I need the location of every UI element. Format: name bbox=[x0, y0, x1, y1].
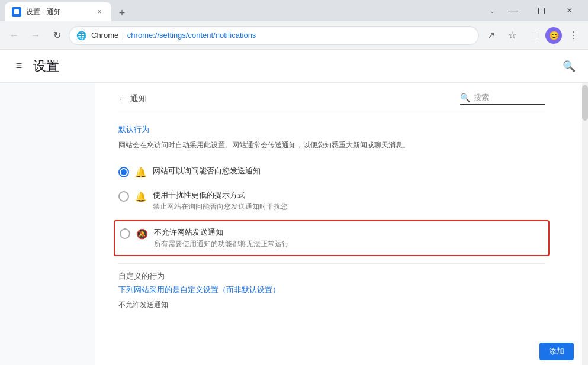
page-search-icon: 🔍 bbox=[460, 93, 470, 102]
address-separator: | bbox=[120, 31, 126, 40]
radio-block[interactable] bbox=[120, 228, 130, 239]
sidebar bbox=[0, 83, 95, 365]
forward-button[interactable]: → bbox=[26, 26, 45, 45]
radio-allow-inner bbox=[121, 169, 127, 175]
option-block-sublabel: 所有需要使用通知的功能都将无法正常运行 bbox=[154, 239, 544, 249]
option-block-label: 不允许网站发送通知 bbox=[154, 227, 544, 238]
settings-header: ≡ 设置 🔍 bbox=[0, 50, 588, 83]
bookmark-button[interactable]: ☆ bbox=[503, 26, 522, 45]
close-icon: × bbox=[567, 5, 572, 16]
tab-title: 设置 - 通知 bbox=[26, 7, 61, 17]
hamburger-button[interactable]: ≡ bbox=[9, 57, 28, 76]
account-icon: □ bbox=[531, 30, 536, 41]
new-tab-button[interactable]: + bbox=[114, 5, 130, 21]
addressbar: ← → ↻ 🌐 Chrome | chrome://settings/conte… bbox=[0, 21, 588, 50]
page-search-input[interactable]: 搜索 bbox=[474, 92, 545, 103]
option-less-intrusive[interactable]: 🔔 使用干扰性更低的提示方式 禁止网站在询问能否向您发送通知时干扰您 bbox=[118, 184, 545, 218]
content-area: ← 通知 🔍 搜索 默认行为 网站会在您访问时自动采用此设置。网站通常会传送通知… bbox=[95, 83, 588, 365]
bell-allow-icon: 🔔 bbox=[135, 167, 147, 178]
maximize-button[interactable] bbox=[528, 0, 555, 21]
tab-area: 设置 - 通知 × + bbox=[5, 0, 490, 21]
option-less-sublabel: 禁止网站在询问能否向您发送通知时干扰您 bbox=[153, 202, 545, 212]
share-icon: ↗ bbox=[487, 30, 495, 41]
active-tab[interactable]: 设置 - 通知 × bbox=[5, 2, 111, 21]
address-input[interactable]: 🌐 Chrome | chrome://settings/content/not… bbox=[69, 26, 479, 45]
bell-less-icon: 🔔 bbox=[135, 191, 147, 202]
option-allow[interactable]: 🔔 网站可以询问能否向您发送通知 bbox=[118, 160, 545, 184]
option-block-text: 不允许网站发送通知 所有需要使用通知的功能都将无法正常运行 bbox=[154, 227, 544, 249]
menu-icon: ⋮ bbox=[569, 30, 579, 41]
back-button[interactable]: ← bbox=[5, 26, 24, 45]
settings-search-button[interactable]: 🔍 bbox=[560, 57, 579, 76]
address-actions: ↗ ☆ □ 😊 ⋮ bbox=[481, 26, 583, 45]
option-less-text: 使用干扰性更低的提示方式 禁止网站在询问能否向您发送通知时干扰您 bbox=[153, 190, 545, 212]
page-search-area[interactable]: 🔍 搜索 bbox=[460, 92, 545, 105]
content-inner: ← 通知 🔍 搜索 默认行为 网站会在您访问时自动采用此设置。网站通常会传送通知… bbox=[95, 83, 568, 322]
block-title: 不允许发送通知 bbox=[118, 300, 545, 312]
titlebar: 设置 - 通知 × + ⌄ — × bbox=[0, 0, 588, 21]
account-button[interactable]: □ bbox=[524, 26, 543, 45]
minimize-icon: — bbox=[508, 6, 518, 15]
settings-title: 设置 bbox=[33, 57, 59, 75]
option-less-label: 使用干扰性更低的提示方式 bbox=[153, 190, 545, 201]
custom-section-link[interactable]: 下列网站采用的是自定义设置（而非默认设置） bbox=[118, 285, 280, 294]
hamburger-icon: ≡ bbox=[16, 60, 23, 72]
menu-button[interactable]: ⋮ bbox=[564, 26, 583, 45]
address-url: chrome://settings/content/notifications bbox=[127, 31, 256, 40]
settings-search-icon: 🔍 bbox=[563, 60, 576, 73]
section-title: 默认行为 bbox=[118, 124, 545, 135]
back-nav-button[interactable]: ← 通知 bbox=[118, 93, 147, 104]
minimize-button[interactable]: — bbox=[499, 0, 526, 21]
back-nav-title: 通知 bbox=[130, 93, 147, 104]
option-allow-text: 网站可以询问能否向您发送通知 bbox=[153, 166, 545, 177]
radio-allow[interactable] bbox=[118, 167, 129, 177]
scrollbar-thumb[interactable] bbox=[582, 85, 588, 121]
section-description: 网站会在您访问时自动采用此设置。网站通常会传送通知，以便您知悉重大新闻或聊天消息… bbox=[118, 140, 545, 150]
profile-icon: 😊 bbox=[549, 31, 559, 40]
add-button[interactable]: 添加 bbox=[539, 343, 574, 360]
section-divider bbox=[118, 263, 545, 264]
address-brand: Chrome bbox=[91, 31, 118, 40]
forward-icon: → bbox=[31, 30, 40, 41]
address-text: Chrome | chrome://settings/content/notif… bbox=[91, 31, 471, 40]
refresh-icon: ↻ bbox=[53, 30, 61, 41]
main-content: ← 通知 🔍 搜索 默认行为 网站会在您访问时自动采用此设置。网站通常会传送通知… bbox=[0, 83, 588, 365]
chrome-icon: 🌐 bbox=[76, 31, 86, 40]
refresh-button[interactable]: ↻ bbox=[47, 26, 66, 45]
custom-section-title: 自定义的行为 bbox=[118, 271, 545, 282]
scrollbar-track[interactable] bbox=[582, 83, 588, 365]
close-button[interactable]: × bbox=[556, 0, 583, 21]
radio-less-intrusive[interactable] bbox=[118, 191, 129, 202]
tab-favicon bbox=[12, 7, 21, 17]
share-button[interactable]: ↗ bbox=[481, 26, 500, 45]
maximize-icon bbox=[538, 8, 545, 14]
bookmark-icon: ☆ bbox=[508, 30, 516, 41]
tab-strip-chevron[interactable]: ⌄ bbox=[490, 8, 494, 14]
back-icon: ← bbox=[9, 30, 19, 41]
option-block[interactable]: 🔕 不允许网站发送通知 所有需要使用通知的功能都将无法正常运行 bbox=[114, 220, 550, 256]
back-nav: ← 通知 🔍 搜索 bbox=[118, 92, 545, 112]
bell-block-icon: 🔕 bbox=[136, 228, 148, 240]
tab-close-button[interactable]: × bbox=[95, 7, 104, 17]
svg-rect-0 bbox=[14, 9, 19, 14]
back-nav-icon: ← bbox=[118, 94, 127, 104]
window-controls: — × bbox=[499, 0, 583, 21]
profile-button[interactable]: 😊 bbox=[545, 27, 562, 44]
option-allow-label: 网站可以询问能否向您发送通知 bbox=[153, 166, 545, 176]
